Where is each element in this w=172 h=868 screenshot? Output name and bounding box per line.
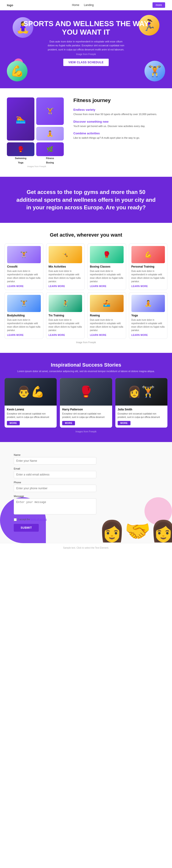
form-label-email: Email — [14, 467, 96, 470]
card-boxing-title: Boxing Classes — [90, 265, 110, 268]
card-personal-title: Personal Training — [132, 265, 154, 268]
nav-landing[interactable]: Landing — [84, 3, 94, 7]
form-group-name: Name — [14, 454, 96, 464]
form-terms-text: I accept the terms of service — [18, 518, 47, 521]
form-group-email: Email — [14, 467, 96, 478]
card-mix-img: 🤸 — [49, 246, 82, 263]
form-submit-button[interactable]: SUBMIT — [14, 524, 39, 532]
success-card-0-img: 👨‍💪 — [5, 378, 57, 406]
footer-text: Sample text. Click to select the Text El… — [63, 547, 109, 549]
success-card-0-desc: Excepteur sint occaecat cupidatat non pr… — [7, 412, 54, 419]
success-card-1: 🥊 Harry Patterson Excepteur sint occaeca… — [60, 378, 112, 428]
fitness-item-2-title: Combine activities — [74, 132, 165, 135]
card-bodybuilding-img: 🏋️ — [7, 295, 41, 312]
card-rowing-link[interactable]: LEARN MORE — [90, 334, 107, 336]
card-yoga-link[interactable]: LEARN MORE — [132, 334, 148, 336]
card-mix-title: Mix Activities — [49, 265, 66, 268]
success-card-1-body: Harry Patterson Excepteur sint occaecat … — [60, 406, 112, 428]
card-yoga: 🧘 Yoga Duis aute irure dolor in reprehen… — [129, 292, 168, 339]
card-crossfit-img: 🏋️ — [7, 246, 41, 263]
card-rowing-title: Rowing — [90, 314, 100, 317]
success-card-0: 👨‍💪 Kevin Lorenz Excepteur sint occaecat… — [5, 378, 57, 428]
fitness-img-swimming: 🏊 — [7, 97, 34, 141]
fitness-item-0-desc: Choose from more than 50 types of sports… — [74, 112, 165, 116]
label-swimming: Swimming — [7, 157, 34, 160]
success-card-1-desc: Excepteur sint occaecat cupidatat non pr… — [62, 412, 110, 419]
card-bodybuilding: 🏋️ Bodybuilding Duis aute irure dolor in… — [5, 292, 44, 339]
fitness-content: Fitness journey Endless variety Choose f… — [71, 97, 165, 167]
hero-subtitle: Duis aute irure dolor in reprehenderit i… — [47, 40, 125, 52]
success-title: Inspirational Success Stories — [5, 362, 167, 368]
card-boxing-img: 🥊 — [90, 246, 124, 263]
hero-img-credit: Image from Freepik — [18, 53, 154, 56]
card-rowing-desc: Duis aute irure dolor in reprehenderit i… — [90, 318, 124, 332]
form-input-phone[interactable] — [14, 485, 96, 492]
fitness-item-0-title: Endless variety — [74, 108, 165, 112]
cards-row-1: 🏋️ Crossfit Duis aute irure dolor in rep… — [5, 244, 167, 290]
card-boxing-link[interactable]: LEARN MORE — [90, 285, 107, 287]
hero-section: 🧘‍♀️ 🏃‍♀️ 💪 🏋️ SPORTS AND WELLNESS THE W… — [0, 10, 172, 88]
contact-section: 👩‍🤝‍👩 Name Email Phone Message I accept … — [0, 442, 172, 543]
form-terms-checkbox[interactable] — [14, 518, 17, 521]
card-trx-desc: Duis aute irure dolor in reprehenderit i… — [49, 318, 82, 332]
hero-cta-button[interactable]: VIEW CLASS SCHEDULE — [63, 59, 109, 66]
nav-more-button[interactable]: more — [152, 2, 165, 8]
form-terms: I accept the terms of service — [14, 518, 96, 521]
success-cards: 👨‍💪 Kevin Lorenz Excepteur sint occaecat… — [5, 378, 167, 428]
card-personal-link[interactable]: LEARN MORE — [132, 285, 148, 287]
fitness-title: Fitness journey — [74, 97, 165, 103]
success-card-0-body: Kevin Lorenz Excepteur sint occaecat cup… — [5, 406, 57, 428]
success-subtitle: Lorem ipsum dolor sit amet, consectetur … — [5, 370, 167, 373]
nav-home[interactable]: Home — [72, 3, 79, 7]
fitness-img-boxing: 🥊 — [7, 143, 34, 156]
card-bodybuilding-link[interactable]: LEARN MORE — [7, 334, 24, 336]
hero-content: SPORTS AND WELLNESS THE WAY YOU WANT IT … — [18, 20, 154, 66]
contact-form: Name Email Phone Message I accept the te… — [14, 454, 96, 532]
card-yoga-title: Yoga — [132, 314, 138, 317]
success-card-2-btn[interactable]: MORE — [118, 421, 131, 425]
success-card-1-img: 🥊 — [60, 378, 112, 406]
card-rowing-img: 🚣 — [90, 295, 124, 312]
footer: Sample text. Click to select the Text El… — [0, 543, 172, 552]
card-bodybuilding-desc: Duis aute irure dolor in reprehenderit i… — [7, 318, 41, 332]
success-card-0-btn[interactable]: MORE — [7, 421, 20, 425]
label-fitness: Fitness — [36, 157, 64, 160]
card-crossfit-link[interactable]: LEARN MORE — [7, 285, 24, 287]
card-yoga-desc: Duis aute irure dolor in reprehenderit i… — [132, 318, 165, 332]
label-boxing: Boxing — [36, 161, 64, 164]
success-card-2-img: 👩‍🏋️ — [115, 378, 167, 406]
fitness-img-fitness: 🏋️ — [36, 97, 64, 125]
success-card-2-body: Julia Smith Excepteur sint occaecat cupi… — [115, 406, 167, 428]
contact-figures: 👩‍🤝‍👩 — [103, 442, 172, 543]
fitness-images: 🏊 🏋️ 🧘 🥊 🌿 Swimming Fitness Yoga Boxing … — [7, 97, 66, 167]
card-crossfit: 🏋️ Crossfit Duis aute irure dolor in rep… — [5, 244, 44, 290]
form-textarea-message[interactable] — [14, 498, 96, 515]
card-personal: 💪 Personal Training Duis aute irure dolo… — [129, 244, 168, 290]
success-card-2-desc: Excepteur sint occaecat cupidatat non pr… — [118, 412, 165, 419]
fitness-item-2: Combine activities Like to switch things… — [74, 132, 165, 140]
cards-row-2: 🏋️ Bodybuilding Duis aute irure dolor in… — [5, 292, 167, 339]
fitness-item-1: Discover something new You'll never get … — [74, 120, 165, 128]
active-img-credit: Image from Freepik — [5, 341, 167, 344]
form-label-name: Name — [14, 454, 96, 456]
card-trx-title: Trx Training — [49, 314, 64, 317]
form-group-phone: Phone — [14, 481, 96, 492]
success-card-1-btn[interactable]: MORE — [62, 421, 75, 425]
fitness-img-yoga: 🧘 — [36, 127, 64, 141]
card-mix-link[interactable]: LEARN MORE — [49, 285, 65, 287]
form-label-message: Message — [14, 495, 96, 497]
card-trx-img: 🤾 — [49, 295, 82, 312]
label-yoga: Yoga — [7, 161, 34, 164]
form-input-name[interactable] — [14, 457, 96, 464]
fitness-item-1-title: Discover something new — [74, 120, 165, 123]
card-yoga-img: 🧘 — [132, 295, 165, 312]
card-mix: 🤸 Mix Activities Duis aute irure dolor i… — [46, 244, 85, 290]
fitness-item-1-desc: You'll never get bored with us. Discover… — [74, 124, 165, 128]
active-section: Get active, wherever you want 🏋️ Crossfi… — [0, 223, 172, 353]
form-terms-link[interactable]: terms of service — [30, 518, 47, 521]
form-input-email[interactable] — [14, 471, 96, 478]
cta-section: Get access to the top gyms and more than… — [0, 177, 172, 223]
fitness-img-wellness: 🌿 — [36, 143, 64, 156]
navbar: logo Home Landing more — [0, 0, 172, 10]
card-trx-link[interactable]: LEARN MORE — [49, 334, 65, 336]
